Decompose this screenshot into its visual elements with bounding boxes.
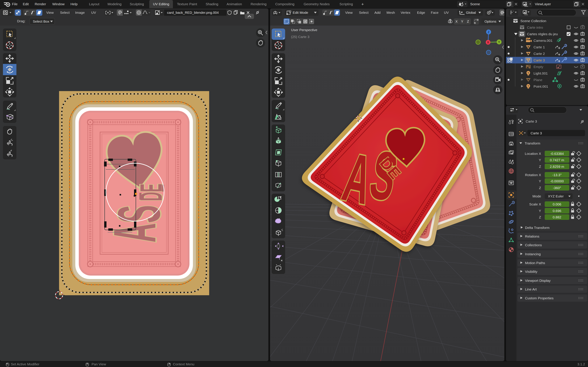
- svg-text:-13.3°: -13.3°: [552, 173, 562, 177]
- svg-text:Plane: Plane: [534, 78, 542, 82]
- svg-text:Line Art: Line Art: [525, 287, 537, 291]
- svg-text:-360°: -360°: [553, 186, 561, 190]
- svg-text:2.8259 m: 2.8259 m: [550, 165, 564, 168]
- svg-text:0.696: 0.696: [553, 209, 562, 213]
- svg-text:User Perspective: User Perspective: [291, 28, 317, 32]
- svg-text:Rotation X: Rotation X: [525, 173, 541, 177]
- svg-text:Relations: Relations: [525, 234, 539, 238]
- svg-text:Scene Collection: Scene Collection: [520, 19, 546, 23]
- svg-text:Y: Y: [539, 158, 541, 162]
- svg-text:Custom Properties: Custom Properties: [525, 296, 553, 300]
- svg-text:Carte 3: Carte 3: [526, 119, 537, 123]
- svg-text:Light.001: Light.001: [534, 71, 548, 75]
- svg-text:Camera.001: Camera.001: [534, 39, 553, 42]
- svg-text:(25) Carte 3: (25) Carte 3: [291, 35, 309, 39]
- svg-text:Y: Y: [539, 209, 541, 213]
- svg-text:Point.001: Point.001: [534, 84, 548, 88]
- svg-text:Carte 3: Carte 3: [534, 58, 545, 62]
- svg-text:Y: Y: [539, 179, 541, 183]
- svg-text:Z: Z: [539, 186, 541, 190]
- svg-text:Scale X: Scale X: [529, 202, 541, 206]
- svg-text:Carte intro: Carte intro: [527, 25, 543, 29]
- svg-text:Delta Transform: Delta Transform: [525, 226, 549, 230]
- svg-text:Instancing: Instancing: [525, 252, 541, 256]
- svg-text:Z: Z: [539, 165, 541, 168]
- svg-text:AS: AS: [101, 205, 173, 242]
- svg-text:Carte 3: Carte 3: [531, 131, 542, 135]
- svg-text:Location X: Location X: [525, 152, 541, 156]
- svg-text:0.7427 m: 0.7427 m: [550, 158, 564, 162]
- svg-text:Collections: Collections: [525, 243, 542, 247]
- svg-text:Mode: Mode: [532, 194, 541, 198]
- svg-text:X: X: [487, 41, 489, 44]
- svg-text:0.882: 0.882: [553, 215, 562, 219]
- svg-text:Cartes règles du jeu: Cartes règles du jeu: [527, 32, 558, 36]
- svg-text:Viewport Display: Viewport Display: [525, 279, 551, 283]
- svg-text:-0.00000: -0.00000: [550, 179, 564, 183]
- svg-text:Carte 1: Carte 1: [534, 45, 545, 49]
- svg-text:Motion Paths: Motion Paths: [525, 261, 545, 265]
- svg-text:XYZ Euler: XYZ Euler: [548, 194, 564, 198]
- svg-text:Transform: Transform: [525, 142, 540, 145]
- svg-text:-0.63384: -0.63384: [550, 152, 564, 156]
- svg-text:Z: Z: [488, 31, 490, 34]
- svg-text:Z: Z: [539, 215, 541, 219]
- svg-text:0.006: 0.006: [553, 202, 562, 206]
- svg-text:Carte 2: Carte 2: [534, 52, 545, 56]
- svg-text:Empty: Empty: [534, 65, 543, 69]
- svg-text:Y: Y: [498, 41, 500, 44]
- svg-text:Visibility: Visibility: [525, 270, 537, 274]
